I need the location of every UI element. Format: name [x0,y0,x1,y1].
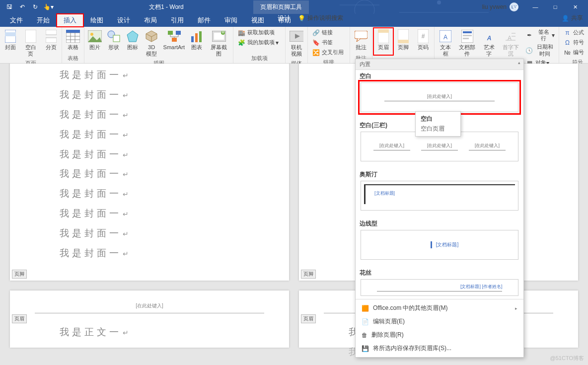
titlebar: 🖫 ↶ ↻ 👆▾ 文档1 - Word 页眉和页脚工具 liu yvwen LY… [0,0,588,14]
office-icon: 🟧 [362,305,369,312]
icons-button[interactable]: 图标 [123,28,142,59]
svg-rect-5 [46,30,57,35]
maximize-icon[interactable]: □ [545,0,565,14]
gallery-item-side[interactable]: [文档标题] [361,230,518,260]
cover-page-button[interactable]: 封面 [1,28,20,59]
page-break-button[interactable]: 分页 [42,28,61,59]
svg-rect-30 [398,40,409,43]
gallery-item-title: 奥斯汀 [356,168,523,179]
svg-rect-37 [463,35,472,36]
gallery-item-blank[interactable]: [在此处键入] [361,82,518,112]
signature-button[interactable]: ✒签名行▾ [522,28,558,43]
tab-context-design[interactable]: 设计 [271,14,297,23]
footer-button[interactable]: 页脚 [393,28,413,55]
tab-design[interactable]: 设计 [110,14,137,27]
page-number-button[interactable]: #页码 [413,28,433,55]
minimize-icon[interactable]: — [525,0,545,14]
cross-ref-button[interactable]: 🔀交叉引用 [309,48,349,58]
comment-button[interactable]: 批注 [351,28,371,54]
svg-rect-15 [176,31,181,35]
tab-references[interactable]: 引用 [164,14,191,27]
svg-rect-6 [46,38,57,43]
tab-mailings[interactable]: 邮件 [191,14,218,27]
redo-icon[interactable]: ↻ [30,1,41,12]
table-button[interactable]: 表格 [63,28,83,54]
save-icon[interactable]: 🖫 [4,1,15,12]
svg-rect-28 [378,29,389,33]
bulb-icon: 💡 [298,15,305,22]
tab-draw[interactable]: 绘图 [83,14,110,27]
share-icon: 👤 [562,15,569,22]
gallery-item-fil[interactable]: [文档标题] [作者姓名] [361,279,518,296]
touch-icon[interactable]: 👆▾ [43,1,54,12]
watermark: @51CTO博客 [550,355,584,362]
online-video-button[interactable]: 联机视频 [287,28,306,59]
group-text: A文本框 文档部件 A艺术字 A首字下沉 ✒签名行▾ 🕓日期和时间 ▦对象▾ [435,27,559,63]
undo-icon[interactable]: ↶ [17,1,28,12]
svg-marker-13 [127,31,138,42]
contextual-tab-title: 页眉和页脚工具 [253,0,309,14]
gallery-item-austin[interactable]: [文档标题] [361,181,518,211]
edit-header[interactable]: 📄编辑页眉(E) [356,315,523,328]
svg-text:#: # [422,33,425,40]
svg-point-1 [437,0,441,4]
svg-text:A: A [443,34,447,41]
svg-rect-4 [25,30,36,43]
symbol-button[interactable]: Ω符号 [560,38,588,48]
tab-view[interactable]: 视图 [244,14,271,27]
tooltip-title: 空白 [421,115,444,123]
more-office-headers[interactable]: 🟧Office.com 中的其他页眉(M)▸ [356,301,523,315]
link-button[interactable]: 🔗链接 [309,28,349,38]
footer-tag[interactable]: 页脚 [12,270,27,279]
svg-point-10 [90,33,93,36]
my-addins-button[interactable]: 🧩我的加载项▾ [234,38,284,48]
datetime-button[interactable]: 🕓日期和时间 [522,43,558,58]
tell-me[interactable]: 💡操作说明搜索 [298,14,343,22]
tab-layout[interactable]: 布局 [137,14,164,27]
remove-header[interactable]: 🗑删除页眉(R) [356,328,523,342]
number-button[interactable]: №编号 [560,48,588,58]
footer-tag[interactable]: 页脚 [301,270,316,279]
svg-rect-18 [195,33,198,42]
shapes-button[interactable]: 形状 [104,28,123,59]
header-gallery: 内置 空白 [在此处键入] 空白(三栏) [在此处键入][在此处键入][在此处键… [355,59,524,358]
svg-rect-38 [463,38,469,39]
page-content: 我是封面一我是封面一我是封面一我是封面一我是封面一我是封面一我是封面一我是封面一… [10,64,289,263]
edit-icon: 📄 [362,318,369,325]
save-icon: 💾 [362,345,369,352]
group-addins: 🏬获取加载项 🧩我的加载项▾ 加载项 [233,27,286,63]
page-2-left[interactable]: [在此处键入] 页眉 我是正文一 [10,291,289,348]
header-tag[interactable]: 页眉 [12,314,27,323]
blank-page-button[interactable]: 空白页 [20,28,41,59]
header-button[interactable]: 页眉 [373,28,393,55]
delete-icon: 🗑 [362,332,368,339]
tab-home[interactable]: 开始 [30,14,57,27]
equation-button[interactable]: π公式 [560,28,588,38]
3d-models-button[interactable]: 3D 模型 [142,28,161,59]
header-area[interactable]: [在此处键入] [35,302,264,313]
page-1-left[interactable]: 我是封面一我是封面一我是封面一我是封面一我是封面一我是封面一我是封面一我是封面一… [10,64,289,281]
document-title: 文档1 - Word [149,3,184,11]
bookmark-button[interactable]: 🔖书签 [309,38,349,48]
gallery-item-title: 边线型 [356,218,523,228]
chart-button[interactable]: 图表 [187,28,206,59]
smartart-button[interactable]: SmartArt [161,28,187,59]
group-symbols: π公式 Ω符号 №编号 符号 [559,27,588,63]
gallery-item-title: 空白 [356,70,523,80]
svg-rect-17 [191,36,194,42]
svg-text:+: + [221,31,224,36]
ribbon: 封面 空白页 分页 页面 表格 表格 图片 形状 图标 3D 模型 SmartA… [0,27,588,64]
close-icon[interactable]: ✕ [565,0,585,14]
tab-insert[interactable]: 插入 [57,14,83,27]
ribbon-options-icon[interactable]: ▭ [506,0,525,14]
tab-review[interactable]: 审阅 [218,14,244,27]
share-button[interactable]: 👤共享 [562,14,583,22]
gallery-item-title: 花丝 [356,267,523,277]
get-addins-button[interactable]: 🏬获取加载项 [234,28,284,38]
screenshot-button[interactable]: +屏幕截图 [206,28,232,59]
pictures-button[interactable]: 图片 [85,28,104,59]
header-tag[interactable]: 页眉 [301,314,316,323]
chevron-right-icon: ▸ [515,306,517,311]
tab-file[interactable]: 文件 [3,14,30,27]
svg-text:A: A [486,35,491,42]
